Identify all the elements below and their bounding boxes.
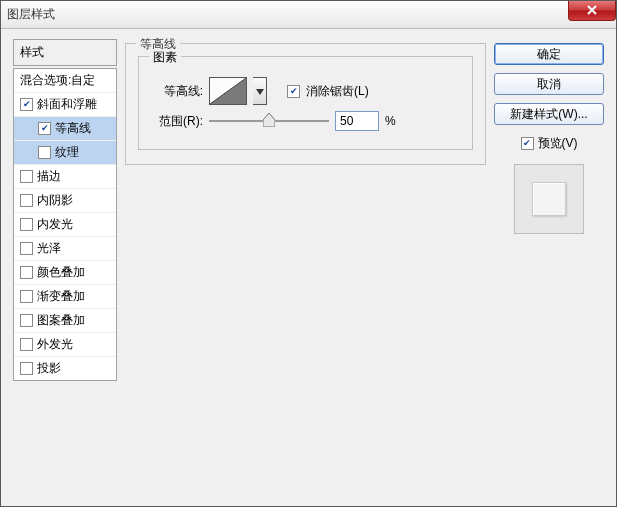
style-row[interactable]: 纹理	[14, 141, 116, 165]
style-row[interactable]: 斜面和浮雕	[14, 93, 116, 117]
elements-group-legend: 图素	[149, 49, 181, 66]
percent-label: %	[385, 114, 396, 128]
close-icon	[586, 4, 598, 18]
preview-box	[514, 164, 584, 234]
svg-marker-4	[263, 113, 275, 127]
layer-style-dialog: 图层样式 样式 混合选项:自定斜面和浮雕等高线纹理描边内阴影内发光光泽颜色叠加渐…	[0, 0, 617, 507]
style-row[interactable]: 内阴影	[14, 189, 116, 213]
style-checkbox[interactable]	[20, 170, 33, 183]
cancel-button[interactable]: 取消	[494, 73, 604, 95]
style-label: 投影	[37, 360, 112, 377]
new-style-button[interactable]: 新建样式(W)...	[494, 103, 604, 125]
contour-picker[interactable]	[209, 77, 247, 105]
style-label: 内阴影	[37, 192, 112, 209]
style-label: 光泽	[37, 240, 112, 257]
style-checkbox[interactable]	[20, 362, 33, 375]
close-button[interactable]	[568, 1, 616, 21]
contour-label: 等高线:	[149, 83, 203, 100]
style-row[interactable]: 等高线	[14, 117, 116, 141]
style-label: 图案叠加	[37, 312, 112, 329]
titlebar: 图层样式	[1, 1, 616, 29]
new-style-label: 新建样式(W)...	[510, 106, 587, 123]
antialias-checkbox[interactable]	[287, 85, 300, 98]
contour-row: 等高线:	[149, 77, 462, 105]
styles-panel: 样式 混合选项:自定斜面和浮雕等高线纹理描边内阴影内发光光泽颜色叠加渐变叠加图案…	[13, 39, 117, 494]
range-row: 范围(R): %	[149, 111, 462, 131]
preview-toggle-row: 预览(V)	[494, 135, 604, 152]
style-checkbox[interactable]	[20, 338, 33, 351]
style-label: 外发光	[37, 336, 112, 353]
style-checkbox[interactable]	[20, 290, 33, 303]
ok-button[interactable]: 确定	[494, 43, 604, 65]
svg-marker-3	[256, 89, 264, 95]
style-row[interactable]: 光泽	[14, 237, 116, 261]
style-checkbox[interactable]	[20, 218, 33, 231]
settings-panel: 等高线 图素 等高线:	[125, 39, 486, 494]
style-row[interactable]: 图案叠加	[14, 309, 116, 333]
preview-swatch	[532, 182, 566, 216]
slider-thumb[interactable]	[263, 113, 275, 127]
style-label: 内发光	[37, 216, 112, 233]
style-row[interactable]: 内发光	[14, 213, 116, 237]
style-row[interactable]: 渐变叠加	[14, 285, 116, 309]
style-row[interactable]: 外发光	[14, 333, 116, 357]
action-panel: 确定 取消 新建样式(W)... 预览(V)	[494, 39, 604, 494]
antialias-label: 消除锯齿(L)	[306, 83, 369, 100]
range-label: 范围(R):	[149, 113, 203, 130]
style-checkbox[interactable]	[20, 266, 33, 279]
style-label: 斜面和浮雕	[37, 96, 112, 113]
preview-label: 预览(V)	[538, 135, 578, 152]
style-row[interactable]: 颜色叠加	[14, 261, 116, 285]
style-checkbox[interactable]	[20, 98, 33, 111]
style-checkbox[interactable]	[38, 122, 51, 135]
chevron-down-icon	[256, 84, 264, 98]
style-row[interactable]: 混合选项:自定	[14, 69, 116, 93]
styles-header: 样式	[13, 39, 117, 66]
style-label: 纹理	[55, 144, 112, 161]
style-checkbox[interactable]	[20, 314, 33, 327]
contour-dropdown[interactable]	[253, 77, 267, 105]
style-checkbox[interactable]	[20, 242, 33, 255]
cancel-label: 取消	[537, 76, 561, 93]
style-row[interactable]: 投影	[14, 357, 116, 380]
style-label: 描边	[37, 168, 112, 185]
style-checkbox[interactable]	[38, 146, 51, 159]
style-label: 混合选项:自定	[20, 72, 112, 89]
ok-label: 确定	[537, 46, 561, 63]
window-title: 图层样式	[7, 6, 55, 23]
style-row[interactable]: 描边	[14, 165, 116, 189]
style-label: 颜色叠加	[37, 264, 112, 281]
styles-list: 混合选项:自定斜面和浮雕等高线纹理描边内阴影内发光光泽颜色叠加渐变叠加图案叠加外…	[13, 68, 117, 381]
style-label: 渐变叠加	[37, 288, 112, 305]
style-checkbox[interactable]	[20, 194, 33, 207]
preview-checkbox[interactable]	[521, 137, 534, 150]
style-label: 等高线	[55, 120, 112, 137]
dialog-body: 样式 混合选项:自定斜面和浮雕等高线纹理描边内阴影内发光光泽颜色叠加渐变叠加图案…	[1, 29, 616, 506]
range-slider[interactable]	[209, 112, 329, 130]
contour-group: 等高线 图素 等高线:	[125, 43, 486, 165]
elements-group: 图素 等高线:	[138, 56, 473, 150]
range-input[interactable]	[335, 111, 379, 131]
